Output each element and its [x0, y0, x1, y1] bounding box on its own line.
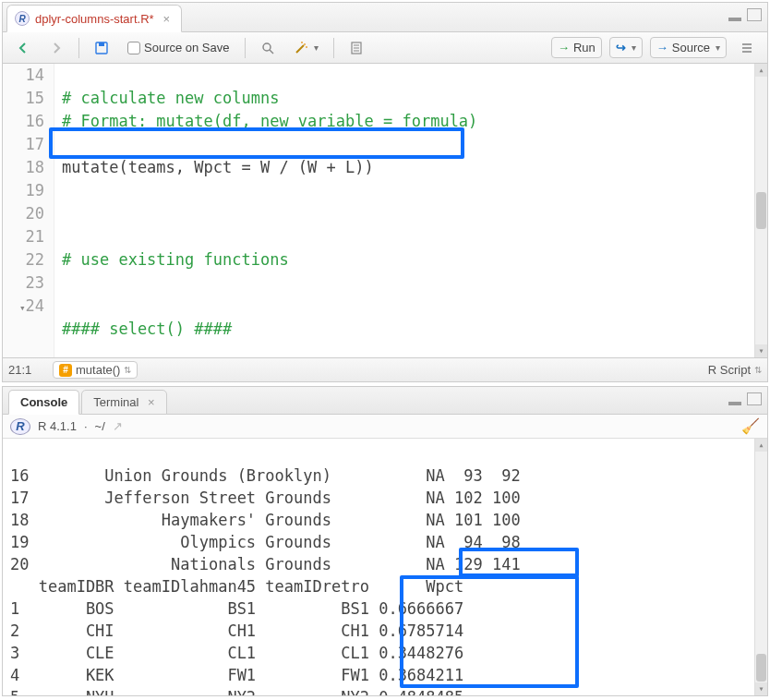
console-line: 20 Nationals Grounds NA 129 141 [10, 555, 521, 573]
line-number: 19 [3, 179, 44, 202]
r-file-icon: R [15, 11, 30, 26]
tab-terminal-label: Terminal [93, 395, 138, 409]
function-badge-icon: # [59, 364, 72, 377]
maximize-pane-icon[interactable] [747, 8, 762, 21]
console-line: 1 BOS BS1 BS1 0.6666667 [10, 599, 463, 618]
run-label: Run [573, 41, 596, 54]
fold-icon[interactable]: ▾ [15, 296, 26, 320]
svg-point-2 [263, 43, 271, 51]
svg-rect-1 [99, 42, 104, 46]
close-icon[interactable]: × [163, 12, 171, 26]
scroll-track[interactable] [755, 230, 767, 344]
rerun-icon: ↪ [616, 41, 626, 54]
svg-point-5 [304, 43, 306, 45]
scope-label: mutate() [76, 363, 120, 377]
filetype-selector[interactable]: R Script ⇅ [708, 363, 762, 377]
dot-separator: · [84, 419, 88, 433]
source-button[interactable]: → Source ▾ [650, 37, 727, 58]
scroll-track[interactable] [755, 452, 767, 653]
console-line: 5 NYU NY2 NY2 0.4848485 [10, 688, 463, 695]
line-number: 18 [3, 156, 44, 179]
scroll-track[interactable] [755, 77, 767, 191]
console-line: 2 CHI CH1 CH1 0.6785714 [10, 622, 463, 640]
working-directory[interactable]: ~/ [95, 419, 105, 433]
checkbox-icon [127, 42, 140, 54]
tab-console[interactable]: Console [8, 390, 79, 415]
rerun-button[interactable]: ↪ ▾ [609, 37, 643, 58]
highlight-mutate-call [49, 127, 464, 159]
run-button[interactable]: → Run [551, 37, 602, 58]
scroll-thumb[interactable] [756, 192, 766, 229]
save-button[interactable] [89, 38, 114, 58]
separator [333, 38, 334, 58]
nav-back-button[interactable] [10, 38, 36, 58]
code-line: # calculate new columns [62, 89, 279, 107]
line-number-gutter: 14 15 16 17 18 19 20 21 22 23 ▾24 [3, 64, 54, 357]
scroll-up-icon[interactable]: ▴ [755, 439, 767, 452]
console-output[interactable]: 16 Union Grounds (Brooklyn) NA 93 92 17 … [3, 439, 767, 695]
source-label: Source [672, 41, 710, 54]
console-tabstrip: Console Terminal × [3, 387, 767, 415]
run-arrow-icon: → [558, 41, 570, 54]
scroll-down-icon[interactable]: ▾ [755, 344, 767, 357]
line-number: 22 [3, 248, 44, 272]
report-button[interactable] [343, 38, 369, 58]
source-statusbar: 21:1 # mutate() ⇅ R Script ⇅ [3, 357, 767, 381]
nav-forward-button[interactable] [43, 38, 69, 58]
minimize-pane-icon[interactable] [728, 8, 743, 21]
line-number: 23 [3, 272, 44, 295]
find-button[interactable] [255, 38, 281, 58]
source-tabstrip: R dplyr-columns-start.R* × [3, 3, 767, 32]
file-tab[interactable]: R dplyr-columns-start.R* × [6, 5, 182, 32]
outline-button[interactable] [734, 38, 760, 58]
line-number: 15 [3, 87, 44, 110]
console-line: 4 KEK FW1 FW1 0.3684211 [10, 666, 463, 684]
console-pane: Console Terminal × R R 4.1.1 · ~/ ↗ 🧹 16… [2, 386, 768, 696]
console-line: 16 Union Grounds (Brooklyn) NA 93 92 [10, 466, 521, 485]
code-editor[interactable]: 14 15 16 17 18 19 20 21 22 23 ▾24 # calc… [3, 64, 767, 357]
source-pane: R dplyr-columns-start.R* × Source on Sav… [2, 2, 768, 382]
console-line: 18 Haymakers' Grounds NA 101 100 [10, 511, 521, 529]
r-logo-icon: R [10, 418, 30, 435]
updown-icon: ⇅ [754, 365, 762, 375]
svg-line-4 [296, 45, 304, 53]
line-number: 16 [3, 110, 44, 133]
clear-console-icon[interactable]: 🧹 [741, 417, 760, 435]
chevron-down-icon: ▾ [632, 42, 636, 53]
outline-icon [740, 41, 754, 55]
filetype-label: R Script [708, 363, 751, 377]
scroll-down-icon[interactable]: ▾ [755, 682, 767, 695]
wand-icon [294, 41, 308, 55]
code-line: mutate(teams, Wpct = W / (W + L)) [62, 158, 374, 176]
save-icon [94, 41, 109, 55]
line-number: 21 [3, 225, 44, 248]
close-icon[interactable]: × [148, 395, 155, 409]
source-toolbar: Source on Save ▾ → Run ↪ ▾ → Source ▾ [3, 32, 767, 64]
console-scrollbar[interactable]: ▴ ▾ [754, 439, 767, 695]
console-infobar: R R 4.1.1 · ~/ ↗ 🧹 [3, 415, 767, 439]
r-version-label: R 4.1.1 [38, 419, 77, 433]
arrow-right-icon [49, 41, 64, 55]
notebook-icon [349, 41, 364, 55]
minimize-pane-icon[interactable] [728, 392, 743, 405]
tab-console-label: Console [20, 395, 67, 409]
separator [245, 38, 246, 58]
pane-window-controls [728, 392, 762, 405]
code-area[interactable]: # calculate new columns # Format: mutate… [54, 64, 754, 357]
editor-scrollbar[interactable]: ▴ ▾ [754, 64, 767, 357]
console-line: teamIDBR teamIDlahman45 teamIDretro Wpct [10, 577, 463, 596]
code-tools-button[interactable]: ▾ [288, 38, 324, 58]
svg-point-6 [306, 46, 307, 48]
share-icon[interactable]: ↗ [113, 419, 123, 433]
search-icon [260, 41, 275, 55]
tab-terminal[interactable]: Terminal × [81, 390, 166, 415]
scroll-thumb[interactable] [756, 654, 766, 682]
line-number: ▾24 [3, 295, 44, 320]
code-line: #### select() #### [62, 320, 232, 338]
code-line: # use existing functions [62, 250, 289, 269]
chevron-down-icon: ▾ [314, 42, 319, 53]
source-on-save-toggle[interactable]: Source on Save [122, 38, 235, 57]
maximize-pane-icon[interactable] [747, 392, 762, 405]
scroll-up-icon[interactable]: ▴ [755, 64, 767, 77]
scope-selector[interactable]: # mutate() ⇅ [53, 361, 138, 379]
